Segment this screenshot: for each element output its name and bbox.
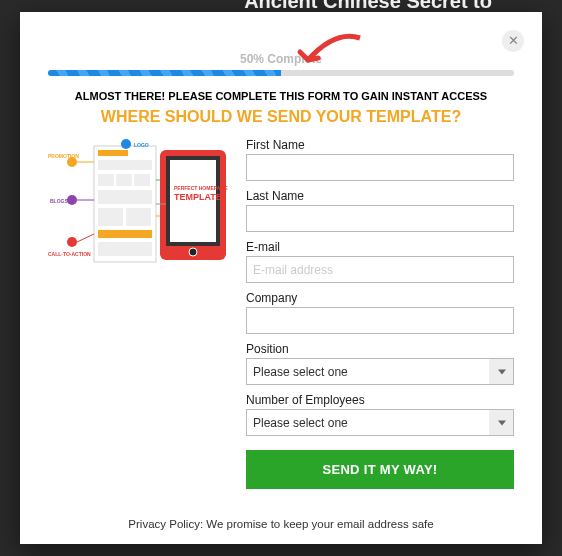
- company-input[interactable]: [246, 307, 514, 334]
- first-name-label: First Name: [246, 138, 514, 152]
- svg-rect-10: [98, 242, 152, 256]
- svg-point-22: [67, 237, 77, 247]
- progress-bar: [48, 70, 514, 76]
- progress-bar-wrap: [48, 70, 514, 90]
- last-name-label: Last Name: [246, 189, 514, 203]
- last-name-input[interactable]: [246, 205, 514, 232]
- svg-point-34: [189, 248, 197, 256]
- position-select[interactable]: Please select one: [246, 358, 514, 385]
- first-name-input[interactable]: [246, 154, 514, 181]
- svg-text:PERFECT HOMEPAGE: PERFECT HOMEPAGE: [174, 185, 228, 191]
- close-icon[interactable]: ✕: [502, 30, 524, 52]
- position-label: Position: [246, 342, 514, 356]
- svg-rect-4: [116, 174, 132, 186]
- svg-line-28: [77, 234, 94, 242]
- svg-point-18: [67, 195, 77, 205]
- optin-modal: ✕ 50% Complete ALMOST THERE! PLEASE COMP…: [20, 12, 542, 544]
- company-label: Company: [246, 291, 514, 305]
- employees-label: Number of Employees: [246, 393, 514, 407]
- svg-rect-9: [98, 230, 152, 238]
- svg-rect-8: [126, 208, 151, 226]
- progress-fill: [48, 70, 281, 76]
- submit-button[interactable]: SEND IT MY WAY!: [246, 450, 514, 489]
- privacy-text: Privacy Policy: We promise to keep your …: [48, 518, 514, 530]
- svg-rect-2: [98, 160, 152, 170]
- svg-rect-3: [98, 174, 114, 186]
- lead-form: First Name Last Name E-mail Company Posi…: [246, 138, 514, 508]
- employees-select[interactable]: Please select one: [246, 409, 514, 436]
- svg-text:CALL-TO-ACTION: CALL-TO-ACTION: [48, 251, 91, 257]
- svg-point-11: [121, 139, 131, 149]
- svg-text:PROMOTION: PROMOTION: [48, 153, 79, 159]
- svg-text:TEMPLATE: TEMPLATE: [174, 192, 222, 202]
- svg-rect-6: [98, 190, 152, 204]
- subheading: ALMOST THERE! PLEASE COMPLETE THIS FORM …: [48, 90, 514, 102]
- main-heading: WHERE SHOULD WE SEND YOUR TEMPLATE?: [48, 108, 514, 126]
- svg-rect-5: [134, 174, 150, 186]
- email-label: E-mail: [246, 240, 514, 254]
- svg-rect-7: [98, 208, 123, 226]
- template-illustration: LOGO PROMOTION LEADMAGNET BLOGS REVIEWS …: [48, 138, 228, 508]
- svg-rect-1: [98, 150, 128, 156]
- progress-label: 50% Complete: [48, 52, 514, 66]
- svg-text:LOGO: LOGO: [134, 142, 149, 148]
- svg-text:BLOGS: BLOGS: [50, 198, 68, 204]
- email-input[interactable]: [246, 256, 514, 283]
